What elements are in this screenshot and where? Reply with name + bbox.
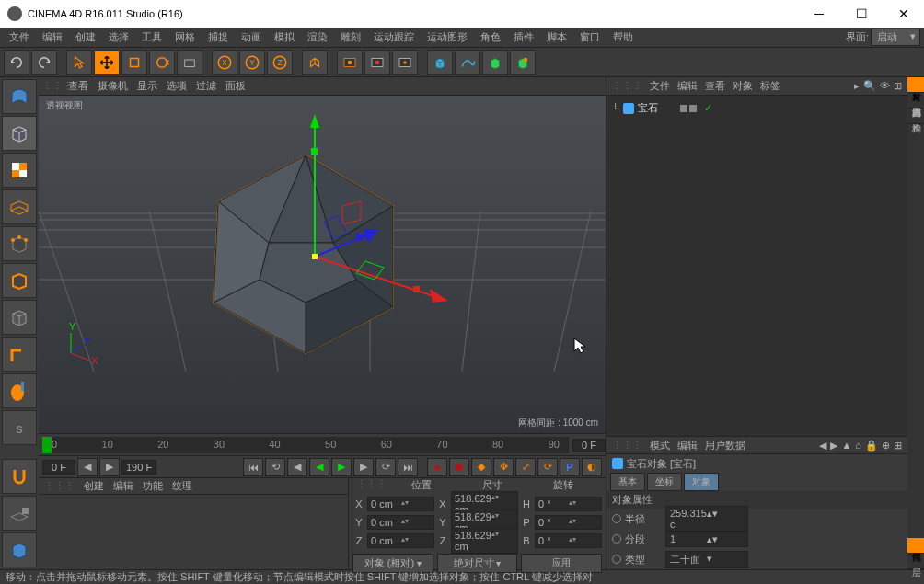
select-tool[interactable] [66, 50, 92, 75]
make-editable-button[interactable] [2, 79, 37, 114]
search-icon[interactable]: 🔍 [863, 80, 876, 92]
menu-file[interactable]: 文件 [4, 29, 35, 46]
radio-icon[interactable] [612, 514, 621, 523]
lock-icon[interactable]: 🔒 [865, 440, 878, 452]
layout-dropdown[interactable]: 启动 [871, 29, 920, 46]
maximize-button[interactable]: ☐ [849, 6, 874, 21]
checkmark-icon[interactable]: ✓ [704, 102, 712, 114]
view-menu-filter[interactable]: 过滤 [196, 79, 216, 93]
magnet-button[interactable] [2, 459, 37, 494]
mat-menu-texture[interactable]: 纹理 [172, 479, 192, 493]
menu-tools[interactable]: 工具 [136, 29, 167, 46]
spline-button[interactable] [455, 50, 480, 75]
play-back-button[interactable]: ◀ [309, 458, 329, 476]
uv-button[interactable] [2, 532, 37, 567]
menu-create[interactable]: 创建 [70, 29, 101, 46]
view-menu-options[interactable]: 选项 [167, 79, 187, 93]
step-forward-button[interactable]: ⟳ [375, 458, 396, 476]
prev-key-button[interactable]: ◀ [77, 458, 98, 476]
axis-y-button[interactable]: Y [239, 50, 265, 75]
menu-edit[interactable]: 编辑 [37, 29, 68, 46]
generator-button[interactable] [482, 50, 508, 75]
menu-mograph[interactable]: 运动图形 [422, 29, 473, 46]
am-menu-mode[interactable]: 模式 [650, 439, 670, 452]
rotate-tool[interactable] [149, 50, 175, 75]
grip-icon[interactable]: ⋮⋮⋮ [356, 478, 387, 495]
current-frame-field[interactable]: 0 F [42, 460, 75, 475]
goto-start-button[interactable]: ⏮ [243, 458, 263, 476]
pos-z-field[interactable]: 0 cm▴▾ [367, 533, 434, 548]
texture-mode-button[interactable] [2, 153, 37, 188]
rot-b-field[interactable]: 0 °▴▾ [535, 533, 602, 548]
key-pla-button[interactable]: ◐ [582, 458, 602, 476]
om-menu-file[interactable]: 文件 [650, 79, 670, 93]
nav-up-icon[interactable]: ▲ [841, 440, 851, 452]
mat-menu-function[interactable]: 功能 [143, 479, 163, 493]
menu-plugins[interactable]: 插件 [508, 29, 539, 46]
object-item-gem[interactable]: └ 宝石 ✓ [610, 99, 904, 117]
nav-back-icon[interactable]: ◀ [819, 440, 826, 452]
om-menu-edit[interactable]: 编辑 [677, 79, 698, 93]
redo-button[interactable] [31, 50, 57, 75]
rot-p-field[interactable]: 0 °▴▾ [535, 515, 602, 530]
snap-button[interactable]: S [2, 410, 37, 445]
menu-script[interactable]: 脚本 [541, 29, 572, 46]
om-arrow-icon[interactable]: ▸ [854, 80, 860, 92]
menu-animate[interactable]: 动画 [236, 29, 267, 46]
axis-z-button[interactable]: Z [267, 50, 293, 75]
key-rot-button[interactable]: ⟳ [537, 458, 558, 476]
side-tab-layers[interactable]: 层 [907, 554, 924, 569]
grip-icon[interactable]: ⋮⋮⋮ [612, 80, 642, 92]
radius-field[interactable]: 259.315 c▴▾ [665, 506, 748, 532]
eye-icon[interactable]: 👁 [880, 80, 890, 92]
am-menu-edit[interactable]: 编辑 [677, 439, 698, 452]
menu-tracker[interactable]: 运动跟踪 [368, 29, 420, 46]
side-tab-browser[interactable]: 内容浏览器 [907, 93, 924, 109]
model-mode-button[interactable] [2, 116, 37, 151]
size-z-field[interactable]: 518.629 cm▴▾ [451, 528, 518, 554]
grip-icon[interactable]: ⋮⋮⋮ [42, 80, 59, 92]
side-tab-objects[interactable]: 对象 [907, 77, 924, 93]
om-menu-view[interactable]: 查看 [705, 79, 725, 93]
axis-x-button[interactable]: X [212, 50, 237, 75]
menu-mesh[interactable]: 网格 [169, 29, 201, 46]
attr-tab-coord[interactable]: 坐标 [647, 473, 682, 491]
menu-character[interactable]: 角色 [475, 29, 506, 46]
attr-tab-basic[interactable]: 基本 [610, 473, 645, 491]
render-view-button[interactable] [337, 50, 363, 75]
view-menu-camera[interactable]: 摄像机 [98, 79, 128, 93]
point-mode-button[interactable] [2, 226, 37, 261]
menu-help[interactable]: 帮助 [607, 29, 639, 46]
grip-icon[interactable]: ⋮⋮⋮ [612, 440, 642, 452]
menu-simulate[interactable]: 模拟 [269, 29, 300, 46]
record-button[interactable]: ● [427, 458, 447, 476]
type-dropdown[interactable]: 二十面▾ [665, 551, 748, 568]
new-icon[interactable]: ⊕ [882, 440, 890, 452]
polygon-mode-button[interactable] [2, 300, 37, 335]
cube-primitive-button[interactable] [427, 50, 453, 75]
mat-menu-edit[interactable]: 编辑 [113, 479, 133, 493]
side-tab-attributes[interactable]: 属性 [907, 538, 924, 554]
deformer-button[interactable] [510, 50, 536, 75]
timeline-end-field[interactable]: 0 F [572, 439, 606, 452]
side-tab-structure[interactable]: 构造 [907, 109, 924, 124]
key-pos-button[interactable]: ✥ [493, 458, 514, 476]
frame-forward-button[interactable]: ▶ [353, 458, 374, 476]
view-menu-view[interactable]: 查看 [68, 79, 88, 93]
nav-fwd-icon[interactable]: ▶ [830, 440, 837, 452]
radio-icon[interactable] [612, 555, 621, 564]
frame-back-button[interactable]: ◀ [287, 458, 307, 476]
grip-icon[interactable]: ⋮⋮⋮ [44, 480, 75, 492]
scale-tool[interactable] [121, 50, 147, 75]
menu-icon[interactable]: ⊞ [894, 440, 902, 452]
view-menu-panel[interactable]: 面板 [225, 79, 246, 93]
om-menu-tags[interactable]: 标签 [760, 79, 780, 93]
pos-x-field[interactable]: 0 cm▴▾ [367, 497, 434, 511]
recent-tool[interactable] [177, 50, 202, 75]
menu-sculpt[interactable]: 雕刻 [335, 29, 366, 46]
lock-button[interactable] [2, 496, 37, 531]
end-frame-field[interactable]: 190 F [121, 460, 156, 475]
close-button[interactable]: ✕ [891, 6, 917, 21]
axis-mode-button[interactable] [2, 337, 37, 372]
coord-system-button[interactable] [302, 50, 328, 75]
